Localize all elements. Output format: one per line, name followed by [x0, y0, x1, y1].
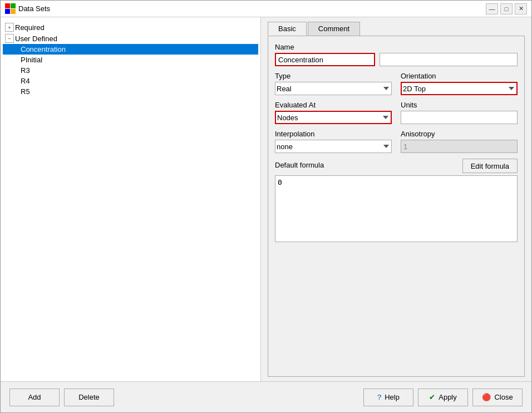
- main-content: + Required − User Defined Concentration …: [1, 17, 531, 381]
- edit-formula-button[interactable]: Edit formula: [462, 159, 518, 173]
- type-label: Type: [275, 72, 392, 80]
- help-button[interactable]: ? Help: [363, 389, 413, 406]
- bottom-right-buttons: ? Help ✔ Apply 🔴 Close: [363, 389, 523, 406]
- main-window: Data Sets — □ ✕ + Required − User Define…: [0, 0, 532, 413]
- tree-panel: + Required − User Defined Concentration …: [1, 17, 261, 381]
- help-label: Help: [385, 393, 400, 401]
- anisotropy-col: Anisotropy: [401, 130, 518, 153]
- tree-label-pinitial: PInitial: [21, 56, 42, 64]
- default-formula-label: Default formula: [275, 161, 324, 169]
- title-bar-left: Data Sets: [5, 4, 50, 14]
- title-bar: Data Sets — □ ✕: [1, 1, 531, 17]
- tree-label-r5: R5: [21, 87, 30, 96]
- tree-label-r3: R3: [21, 66, 30, 75]
- evaluated-at-label: Evaluated At: [275, 101, 392, 109]
- anisotropy-input[interactable]: [401, 140, 518, 153]
- tree-label-r4: R4: [21, 77, 30, 85]
- form-panel: Basic Comment Name: [261, 17, 531, 381]
- title-controls: — □ ✕: [486, 3, 527, 14]
- tab-comment[interactable]: Comment: [308, 22, 360, 36]
- tree-label-required: Required: [15, 23, 45, 32]
- type-select[interactable]: Real Integer String: [275, 82, 392, 95]
- bottom-left-buttons: Add Delete: [9, 389, 114, 406]
- type-orientation-row: Type Real Integer String Orientation 2D …: [275, 72, 518, 95]
- delete-button[interactable]: Delete: [64, 389, 114, 406]
- tabs: Basic Comment: [268, 22, 525, 36]
- evaluated-at-select[interactable]: Nodes Elements Faces: [275, 111, 392, 124]
- tree-item-user-defined[interactable]: − User Defined: [3, 33, 258, 44]
- interpolation-anisotropy-row: Interpolation none linear constant Aniso…: [275, 130, 518, 153]
- add-button[interactable]: Add: [9, 389, 60, 406]
- orientation-col: Orientation 2D Top 2D Side 3D: [401, 72, 518, 95]
- bottom-bar: Add Delete ? Help ✔ Apply 🔴 Close: [1, 381, 531, 412]
- orientation-label: Orientation: [401, 72, 518, 80]
- tab-content-basic: Name Type Real Integer String: [268, 36, 525, 377]
- tree-expander-user-defined[interactable]: −: [5, 34, 14, 43]
- name-input[interactable]: [275, 53, 375, 66]
- tree-label-user-defined: User Defined: [15, 35, 57, 43]
- tree-label-concentration: Concentration: [21, 45, 66, 53]
- close-label: Close: [494, 393, 513, 401]
- evaluated-units-row: Evaluated At Nodes Elements Faces Units: [275, 101, 518, 124]
- units-col: Units: [401, 101, 518, 124]
- apply-label: Apply: [439, 393, 457, 401]
- name-input-extra[interactable]: [380, 53, 518, 66]
- tree-item-r3[interactable]: R3: [3, 65, 258, 76]
- close-window-button[interactable]: ✕: [515, 3, 527, 14]
- help-icon: ?: [377, 393, 381, 401]
- tree-item-concentration[interactable]: Concentration: [3, 44, 258, 55]
- minimize-button[interactable]: —: [486, 3, 498, 14]
- app-icon: [5, 4, 15, 14]
- name-label: Name: [275, 43, 518, 51]
- anisotropy-label: Anisotropy: [401, 130, 518, 138]
- units-input[interactable]: [401, 111, 518, 124]
- type-col: Type Real Integer String: [275, 72, 392, 95]
- apply-button[interactable]: ✔ Apply: [418, 389, 468, 406]
- checkmark-icon: ✔: [429, 393, 435, 401]
- units-label: Units: [401, 101, 518, 109]
- tab-basic[interactable]: Basic: [268, 22, 307, 36]
- tree-item-pinitial[interactable]: PInitial: [3, 55, 258, 65]
- close-icon: 🔴: [482, 393, 491, 401]
- interpolation-col: Interpolation none linear constant: [275, 130, 392, 153]
- formula-textarea[interactable]: 0: [275, 175, 518, 242]
- tree-item-r4[interactable]: R4: [3, 76, 258, 86]
- name-group: Name: [275, 43, 518, 66]
- maximize-button[interactable]: □: [500, 3, 513, 14]
- tree-item-required[interactable]: + Required: [3, 22, 258, 33]
- evaluated-col: Evaluated At Nodes Elements Faces: [275, 101, 392, 124]
- default-formula-row: Default formula Edit formula: [275, 159, 518, 173]
- orientation-select[interactable]: 2D Top 2D Side 3D: [401, 82, 518, 95]
- interpolation-label: Interpolation: [275, 130, 392, 138]
- interpolation-select[interactable]: none linear constant: [275, 140, 392, 153]
- window-title: Data Sets: [18, 4, 50, 13]
- tree-item-r5[interactable]: R5: [3, 86, 258, 97]
- tree-expander-required[interactable]: +: [5, 23, 14, 32]
- close-button[interactable]: 🔴 Close: [472, 389, 523, 406]
